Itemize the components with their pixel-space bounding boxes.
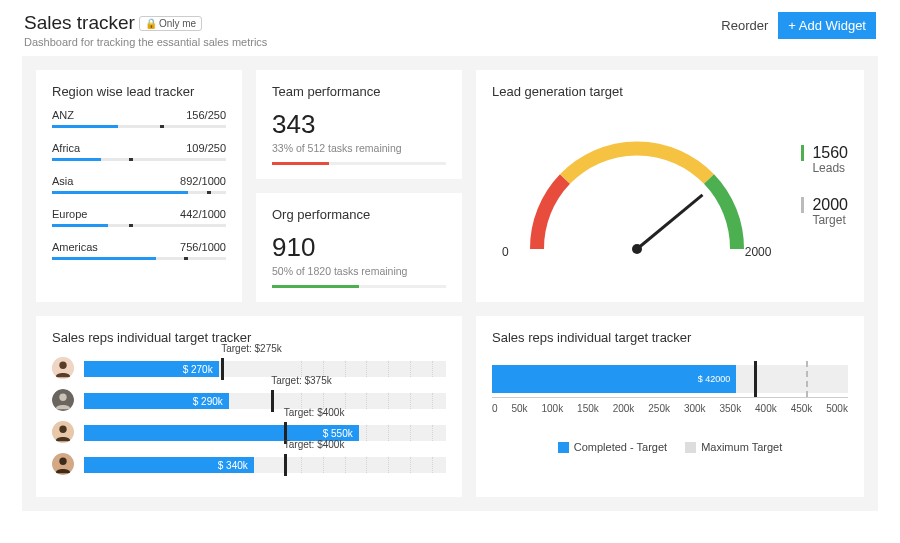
team-performance-card: Team performance 343 33% of 512 tasks re…: [256, 70, 462, 179]
rep-chart: Target: $400k $ 340k: [84, 451, 446, 477]
svg-point-5: [59, 394, 66, 401]
region-row: Americas756/1000: [52, 241, 226, 260]
rep-bar-fill: $ 340k: [84, 457, 254, 473]
region-bar-secondary: [129, 224, 133, 227]
page-header: Sales tracker 🔒 Only me Dashboard for tr…: [0, 0, 900, 56]
team-legend: Completed - Target Maximum Target: [492, 441, 848, 453]
gauge-min: 0: [502, 245, 509, 259]
rep-gridline: [345, 361, 346, 377]
rep-gridline: [388, 457, 389, 473]
region-bar: [52, 257, 226, 260]
privacy-badge[interactable]: 🔒 Only me: [139, 16, 202, 31]
header-right: Reorder + Add Widget: [721, 12, 876, 39]
axis-tick: 100k: [542, 403, 564, 414]
page-subtitle: Dashboard for tracking the essantial sal…: [24, 36, 267, 48]
gauge-stats: 1560 Leads 2000 Target: [801, 84, 848, 288]
add-widget-button[interactable]: + Add Widget: [778, 12, 876, 39]
region-bar-primary: [52, 158, 101, 161]
team-performance-value: 343: [272, 109, 446, 140]
rep-gridline: [301, 457, 302, 473]
gauge-target-label: Target: [801, 213, 848, 227]
privacy-label: Only me: [159, 18, 196, 29]
rep-gridline: [432, 393, 433, 409]
legend-completed: Completed - Target: [558, 441, 667, 453]
card-title: Lead generation target: [492, 84, 781, 99]
legend-max: Maximum Target: [685, 441, 782, 453]
svg-point-1: [632, 244, 642, 254]
gauge-max: 2000: [745, 245, 772, 259]
card-title: Sales reps individual target tracker: [492, 330, 848, 345]
region-bar-secondary: [160, 125, 164, 128]
rep-gridline: [345, 393, 346, 409]
rep-chart: Target: $375k $ 290k: [84, 387, 446, 413]
region-card: Region wise lead tracker ANZ156/250 Afri…: [36, 70, 242, 302]
axis-tick: 0: [492, 403, 498, 414]
rep-chart: Target: $400k $ 550k: [84, 419, 446, 445]
rep-gridline: [432, 361, 433, 377]
rep-gridline: [410, 425, 411, 441]
legend-completed-label: Completed - Target: [574, 441, 667, 453]
axis-tick: 450k: [791, 403, 813, 414]
region-name: Americas: [52, 241, 98, 253]
team-performance-bar: [272, 162, 446, 165]
card-title: Org performance: [272, 207, 446, 222]
axis-tick: 150k: [577, 403, 599, 414]
rep-target-mark: [271, 390, 274, 412]
region-bar: [52, 158, 226, 161]
legend-swatch-completed: [558, 442, 569, 453]
rep-row: Target: $375k $ 290k: [52, 387, 446, 413]
org-performance-bar: [272, 285, 446, 288]
region-row: Africa109/250: [52, 142, 226, 161]
rep-target-label: Target: $375k: [271, 375, 332, 386]
team-bar-fill: $ 42000: [492, 365, 736, 393]
reps-team-card: Sales reps individual target tracker $ 4…: [476, 316, 864, 497]
region-bar-secondary: [129, 158, 133, 161]
rep-row: Target: $400k $ 550k: [52, 419, 446, 445]
rep-gridline: [388, 425, 389, 441]
legend-swatch-max: [685, 442, 696, 453]
header-left: Sales tracker 🔒 Only me Dashboard for tr…: [24, 12, 267, 48]
team-performance-subtitle: 33% of 512 tasks remaining: [272, 142, 446, 154]
rep-gridline: [366, 457, 367, 473]
legend-max-label: Maximum Target: [701, 441, 782, 453]
team-axis-line: [492, 397, 848, 398]
region-name: ANZ: [52, 109, 74, 121]
team-bar-value-label: $ 42000: [698, 374, 731, 384]
region-value: 156/250: [186, 109, 226, 121]
gauge-card: Lead generation target 0 2000 1560 Leads…: [476, 70, 864, 302]
region-name: Africa: [52, 142, 80, 154]
avatar: [52, 357, 74, 379]
title-row: Sales tracker 🔒 Only me: [24, 12, 267, 34]
page-title: Sales tracker: [24, 12, 135, 34]
region-bar-secondary: [184, 257, 188, 260]
rep-gridline: [388, 361, 389, 377]
rep-target-label: Target: $400k: [284, 439, 345, 450]
team-performance-bar-fill: [272, 162, 329, 165]
region-name: Europe: [52, 208, 87, 220]
avatar: [52, 453, 74, 475]
rep-gridline: [323, 457, 324, 473]
reorder-button[interactable]: Reorder: [721, 18, 768, 33]
lock-icon: 🔒: [145, 18, 157, 29]
rep-bar-fill: $ 290k: [84, 393, 229, 409]
axis-tick: 250k: [648, 403, 670, 414]
region-row: Europe442/1000: [52, 208, 226, 227]
axis-tick: 350k: [719, 403, 741, 414]
axis-tick: 300k: [684, 403, 706, 414]
org-performance-subtitle: 50% of 1820 tasks remaining: [272, 265, 446, 277]
org-performance-bar-fill: [272, 285, 359, 288]
rep-chart: Target: $275k $ 270k: [84, 355, 446, 381]
reps-individual-card: Sales reps individual target tracker Tar…: [36, 316, 462, 497]
rep-gridline: [366, 425, 367, 441]
rep-gridline: [410, 361, 411, 377]
region-bar: [52, 191, 226, 194]
rep-row: Target: $275k $ 270k: [52, 355, 446, 381]
rep-target-label: Target: $275k: [221, 343, 282, 354]
gauge-target-value: 2000: [801, 197, 848, 213]
rep-target-mark: [221, 358, 224, 380]
card-title: Team performance: [272, 84, 446, 99]
region-bar: [52, 224, 226, 227]
axis-tick: 500k: [826, 403, 848, 414]
rep-gridline: [410, 457, 411, 473]
team-max-mark: [806, 361, 808, 397]
